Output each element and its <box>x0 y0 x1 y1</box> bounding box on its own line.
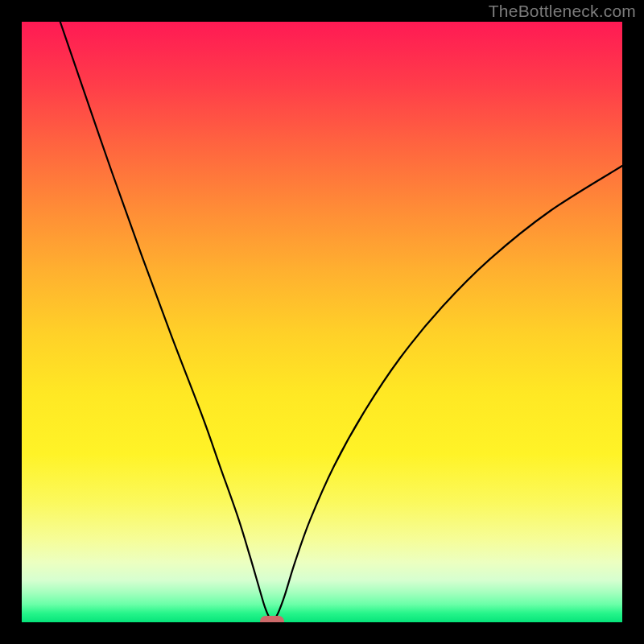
bottleneck-curve <box>60 22 622 621</box>
watermark-text: TheBottleneck.com <box>489 2 636 21</box>
plot-area <box>22 22 622 622</box>
optimal-point-marker <box>260 616 284 623</box>
chart-frame: TheBottleneck.com <box>0 0 644 644</box>
curve-layer <box>22 22 622 622</box>
